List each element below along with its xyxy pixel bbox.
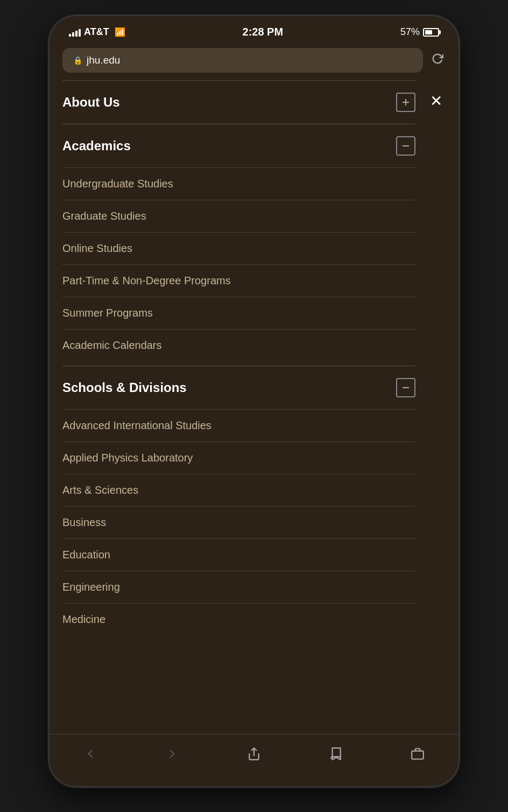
phone-shell: AT&T 📶 2:28 PM 57% 🔒 jhu.edu: [50, 16, 458, 786]
url-text: jhu.edu: [87, 54, 120, 66]
arts-sciences-link[interactable]: Arts & Sciences: [62, 474, 415, 506]
medicine-link[interactable]: Medicine: [62, 603, 415, 635]
menu-header-about-us[interactable]: About Us: [62, 81, 415, 124]
applied-physics-laboratory-link[interactable]: Applied Physics Laboratory: [62, 442, 415, 474]
battery-icon: [423, 28, 439, 37]
menu-header-schools-divisions[interactable]: Schools & Divisions: [62, 366, 415, 409]
time-label: 2:28 PM: [243, 26, 284, 38]
carrier-label: AT&T: [84, 26, 109, 38]
schools-divisions-label: Schools & Divisions: [62, 380, 187, 395]
menu-section-schools-divisions: Schools & Divisions Advanced Internation…: [62, 366, 415, 640]
menu-list: About Us Academics: [50, 80, 458, 640]
menu-section-about-us: About Us: [62, 80, 415, 124]
tabs-button[interactable]: [404, 743, 431, 765]
status-bar: AT&T 📶 2:28 PM 57%: [50, 16, 458, 44]
svg-rect-5: [412, 751, 424, 759]
close-button[interactable]: ✕: [426, 91, 446, 110]
academics-label: Academics: [62, 138, 131, 153]
about-us-label: About Us: [62, 95, 120, 110]
engineering-link[interactable]: Engineering: [62, 571, 415, 603]
lock-icon: 🔒: [73, 56, 82, 65]
online-studies-link[interactable]: Online Studies: [62, 232, 415, 264]
academics-expand-icon[interactable]: [396, 136, 415, 156]
about-us-expand-icon[interactable]: [396, 93, 415, 112]
summer-programs-link[interactable]: Summer Programs: [62, 297, 415, 329]
education-link[interactable]: Education: [62, 538, 415, 571]
menu-area: ✕ About Us: [50, 80, 458, 734]
url-input-area[interactable]: 🔒 jhu.edu: [62, 48, 423, 73]
advanced-international-studies-link[interactable]: Advanced International Studies: [62, 409, 415, 442]
menu-section-academics: Academics Undergraduate Studies Graduate…: [62, 124, 415, 366]
back-button[interactable]: [77, 743, 104, 765]
battery-percent: 57%: [400, 26, 420, 38]
menu-header-academics[interactable]: Academics: [62, 124, 415, 167]
share-button[interactable]: [241, 743, 267, 765]
phone-frame: AT&T 📶 2:28 PM 57% 🔒 jhu.edu: [0, 0, 508, 812]
status-left: AT&T 📶: [69, 26, 125, 38]
schools-divisions-sub-items: Advanced International Studies Applied P…: [62, 409, 415, 640]
business-link[interactable]: Business: [62, 506, 415, 538]
academic-calendars-link[interactable]: Academic Calendars: [62, 329, 415, 361]
forward-button[interactable]: [159, 743, 186, 765]
bookmarks-button[interactable]: [322, 743, 349, 765]
bottom-toolbar: [50, 734, 458, 786]
schools-divisions-expand-icon[interactable]: [396, 378, 415, 397]
url-bar: 🔒 jhu.edu: [50, 44, 458, 80]
status-right: 57%: [400, 26, 439, 38]
wifi-icon: 📶: [115, 27, 125, 37]
undergraduate-studies-link[interactable]: Undergraduate Studies: [62, 167, 415, 200]
academics-sub-items: Undergraduate Studies Graduate Studies O…: [62, 167, 415, 366]
signal-bars-icon: [69, 28, 81, 37]
part-time-programs-link[interactable]: Part-Time & Non-Degree Programs: [62, 264, 415, 297]
refresh-button[interactable]: [429, 51, 446, 70]
graduate-studies-link[interactable]: Graduate Studies: [62, 200, 415, 232]
